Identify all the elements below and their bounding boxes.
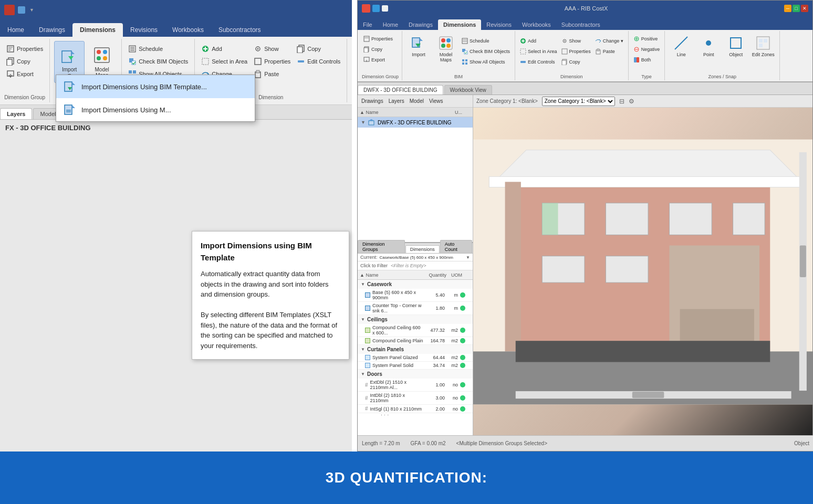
tree-views-btn[interactable]: Views [428, 98, 445, 104]
rib-properties3-btn[interactable]: Properties [560, 47, 592, 56]
rib-copy-btn[interactable]: Copy [362, 45, 394, 54]
show-button[interactable]: Show [252, 43, 293, 55]
rib-select-area-btn[interactable]: Select in Area [518, 47, 559, 56]
tab-home[interactable]: Home [0, 23, 32, 37]
rib-doc-tab-dwfx[interactable]: DWFX - 3D OFFICE BUILDING [358, 85, 443, 94]
dim-row-dot [460, 292, 465, 298]
tab-drawings[interactable]: Drawings [32, 23, 72, 37]
copy-button[interactable]: Copy [4, 56, 45, 67]
dim-row[interactable]: Compound Ceiling Plain 164.78 m2 [358, 337, 473, 345]
tree-node-building[interactable]: ▼ DWFX - 3D OFFICE BUILDING [358, 117, 473, 128]
rib-positive-btn[interactable]: Positive [632, 34, 662, 44]
rib-schedule-btn[interactable]: Schedule [460, 36, 512, 46]
dim-section-doors[interactable]: ▼ Doors [358, 370, 473, 379]
rib-maximize-button[interactable]: □ [793, 5, 800, 12]
rib-tab-file[interactable]: File [358, 19, 378, 30]
rib-check-bim-btn[interactable]: Check BIM Objects [460, 47, 512, 56]
svg-marker-42 [72, 105, 75, 108]
rib-import-btn[interactable]: Import [405, 34, 432, 72]
dim-section-ceilings[interactable]: ▼ Ceilings [358, 315, 473, 324]
svg-rect-41 [65, 105, 72, 114]
rib-minimize-button[interactable]: ─ [784, 5, 791, 12]
tree-drawings-btn[interactable]: Drawings [360, 98, 385, 104]
rib-dim-col1: Add Select in Area Edit Controls [518, 34, 559, 67]
add-button[interactable]: Add [199, 43, 249, 55]
rib-tab-subcontractors[interactable]: Subcontractors [556, 19, 606, 30]
check-bim-button[interactable]: Check BIM Objects [126, 56, 190, 67]
rib-both-btn[interactable]: Both [632, 55, 662, 65]
dim-row[interactable]: # IntDbl (2) 1810 x 2110mm 3.00 no [358, 392, 473, 405]
rib-paste-btn[interactable]: Paste [593, 47, 625, 56]
dim-filter-label[interactable]: Click to Filter [360, 263, 388, 268]
rib-edit-zones-label: Edit Zones [752, 52, 775, 57]
dim-section-expand-icon: ▼ [361, 372, 365, 376]
export-button[interactable]: Export [4, 68, 45, 80]
schedule-button[interactable]: Schedule [126, 43, 190, 55]
dim-row[interactable]: Base (5) 600 x 450 x 900mm 5.40 m [358, 289, 473, 302]
dim-tab-autocount[interactable]: Auto Count [440, 240, 472, 253]
tab-subcontractors[interactable]: Subcontractors [211, 23, 268, 37]
tab-revisions[interactable]: Revisions [123, 23, 165, 37]
tab-workbooks[interactable]: Workbooks [165, 23, 211, 37]
edit-controls-button[interactable]: Edit Controls [295, 56, 342, 67]
rib-line-btn[interactable]: Line [668, 34, 694, 72]
rib-show-all-btn[interactable]: Show All Objects [460, 57, 512, 67]
rib-tab-workbooks[interactable]: Workbooks [517, 19, 556, 30]
zone-category-select[interactable]: Zone Category 1: <Blank> [542, 97, 615, 106]
rib-model-maps-btn[interactable]: Model Maps [433, 34, 459, 72]
svg-rect-34 [256, 70, 259, 73]
dim-row[interactable]: # IntSgl (1) 1010 x 2110mm 15.00 no [358, 413, 473, 415]
status-length: Length = 7.20 m [362, 440, 400, 446]
rib-edit-zones-btn[interactable]: Edit Zones [750, 34, 776, 72]
dim-section-curtain[interactable]: ▼ Curtain Panels [358, 345, 473, 354]
workarea-tab-layers[interactable]: Layers [0, 108, 32, 119]
dim-row-name: Compound Ceiling Plain [372, 338, 424, 343]
copy2-button[interactable]: Copy [295, 43, 342, 55]
rib-copy3-btn[interactable]: Copy [560, 57, 592, 67]
rib-main-area: Zone Category 1: <Blank> Zone Category 1… [358, 95, 812, 436]
rib-edit-controls-btn[interactable]: Edit Controls [518, 57, 559, 67]
status-gfa: GFA = 0.00 m2 [411, 440, 446, 446]
properties2-button[interactable]: Properties [252, 56, 293, 67]
select-in-area-button[interactable]: Select in Area [199, 56, 249, 67]
rib-show-btn[interactable]: Show [560, 36, 592, 46]
dim-current-arrow-icon[interactable]: ▼ [466, 255, 470, 260]
tree-model-btn[interactable]: Model [408, 98, 425, 104]
tab-dimensions[interactable]: Dimensions [72, 23, 123, 37]
properties-button[interactable]: Properties [4, 43, 45, 55]
rib-properties-btn[interactable]: Properties [362, 34, 394, 44]
dim-row[interactable]: Counter Top - Corner w snk 6... 1.80 m [358, 302, 473, 315]
rib-negative-btn[interactable]: Negative [632, 45, 662, 54]
rib-tab-drawings[interactable]: Drawings [403, 19, 438, 30]
rib-tab-revisions[interactable]: Revisions [481, 19, 517, 30]
rib-doc-tab-workbook[interactable]: Workbook View [444, 85, 492, 94]
dim-tab-dimensions[interactable]: Dimensions [405, 245, 440, 253]
rib-tab-home[interactable]: Home [378, 19, 403, 30]
dim-row[interactable]: Compound Ceiling 600 x 600... 477.32 m2 [358, 324, 473, 337]
dim-row[interactable]: System Panel Solid 34.74 m2 [358, 362, 473, 370]
rib-add-btn[interactable]: Add [518, 36, 559, 46]
ribbon-group-dimension-group: Properties Copy Export Dimension Group [0, 39, 50, 102]
zone-settings-icon[interactable]: ⚙ [629, 98, 634, 105]
rib-object-btn[interactable]: Object [723, 34, 749, 72]
paste-button[interactable]: Paste [252, 68, 293, 80]
rib-doc-tabs: DWFX - 3D OFFICE BUILDING Workbook View [358, 82, 812, 95]
rib-point-btn[interactable]: Point [695, 34, 722, 72]
rib-tab-dimensions[interactable]: Dimensions [438, 19, 481, 30]
rib-export-btn[interactable]: Export [362, 55, 394, 65]
import-mapping-item[interactable]: Import Dimensions Using M... [56, 98, 255, 121]
dim-row-name: IntDbl (2) 1810 x 2110mm [370, 393, 424, 403]
dim-row[interactable]: System Panel Glazed 64.44 m2 [358, 354, 473, 362]
dim-tab-groups[interactable]: Dimension Groups [358, 240, 405, 253]
dim-row[interactable]: # IntSgl (1) 810 x 2110mm 2.00 no [358, 405, 473, 413]
zone-filter-icon[interactable]: ⊟ [619, 98, 624, 105]
import-bim-template-item[interactable]: Import Dimensions Using BIM Template... [56, 75, 255, 98]
dim-row-name: IntSgl (1) 1010 x 2110mm [370, 414, 424, 415]
rib-change-btn[interactable]: Change ▾ [593, 36, 625, 46]
tree-toolbar: Drawings Layers Model Views [358, 95, 473, 108]
rib-show-all-label: Show All Objects [470, 59, 505, 65]
rib-close-button[interactable]: ✕ [801, 5, 808, 12]
dim-row[interactable]: # ExtDbl (2) 1510 x 2110mm Al... 1.00 no [358, 379, 473, 392]
dim-section-casework[interactable]: ▼ Casework [358, 280, 473, 289]
tree-layers-btn[interactable]: Layers [387, 98, 406, 104]
